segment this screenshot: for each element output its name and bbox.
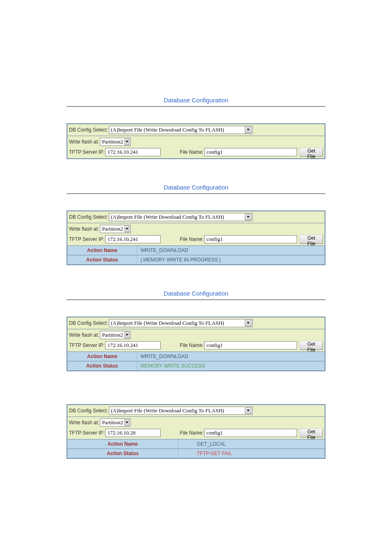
file-name-input[interactable] xyxy=(204,148,297,156)
tftp-ip-label: TFTP Server IP: xyxy=(69,342,104,348)
svg-marker-4 xyxy=(247,322,250,324)
svg-marker-3 xyxy=(125,228,129,230)
page-title: Database Configuration xyxy=(67,290,325,300)
file-name-input[interactable] xyxy=(204,235,297,243)
db-config-select-label: DB Config Select: xyxy=(69,320,108,326)
tftp-ip-input[interactable] xyxy=(105,429,161,437)
tftp-ip-input[interactable] xyxy=(105,341,161,349)
write-flash-label: Write flash at: xyxy=(69,139,99,145)
action-status-value: MEMORY WRITE SUCCESS xyxy=(137,361,325,370)
tftp-ip-input[interactable] xyxy=(105,148,161,156)
get-file-button[interactable]: Get File xyxy=(300,235,323,244)
partition-select[interactable]: Partition2 xyxy=(100,225,131,233)
action-status-value: | MEMORY WRITE IN PROGRESS | xyxy=(137,255,325,264)
db-config-select-label: DB Config Select: xyxy=(69,408,108,414)
write-flash-label: Write flash at: xyxy=(69,226,99,232)
page-title: Database Configuration xyxy=(67,97,325,107)
db-config-select[interactable]: (A)Import File (Write Download Config To… xyxy=(109,126,253,134)
file-name-label: File Name: xyxy=(180,236,203,242)
get-file-button[interactable]: Get File xyxy=(300,428,323,437)
write-flash-label: Write flash at: xyxy=(69,332,99,338)
svg-marker-0 xyxy=(247,129,250,131)
svg-marker-5 xyxy=(125,334,129,336)
db-config-select-value: (A)Import File (Write Download Config To… xyxy=(111,214,224,220)
dropdown-icon[interactable] xyxy=(245,320,251,326)
partition-select-value: Partition2 xyxy=(102,419,123,426)
tftp-ip-label: TFTP Server IP: xyxy=(69,430,104,436)
dropdown-icon[interactable] xyxy=(245,407,251,414)
svg-marker-7 xyxy=(125,421,129,423)
get-file-button[interactable]: Get File xyxy=(300,148,323,157)
dropdown-icon[interactable] xyxy=(125,332,129,338)
dropdown-icon[interactable] xyxy=(125,139,129,145)
tftp-ip-label: TFTP Server IP: xyxy=(69,236,104,242)
partition-select[interactable]: Partition2 xyxy=(100,138,131,146)
action-name-value: WRITE_DOWNLOAD xyxy=(137,352,325,361)
dropdown-icon[interactable] xyxy=(125,419,129,426)
config-panel: DB Config Select: (A)Import File (Write … xyxy=(67,317,325,371)
action-name-label: Action Name xyxy=(67,439,178,449)
db-config-select[interactable]: (A)Import File (Write Download Config To… xyxy=(109,407,253,415)
config-panel: DB Config Select: (A)Import File (Write … xyxy=(67,210,325,265)
config-panel: DB Config Select: (A)Import File (Write … xyxy=(67,123,325,159)
db-config-select-value: (A)Import File (Write Download Config To… xyxy=(111,320,224,326)
write-flash-label: Write flash at: xyxy=(69,420,99,426)
file-name-label: File Name: xyxy=(180,149,203,155)
action-name-label: Action Name xyxy=(67,352,137,361)
action-status-value: TFTP GET FAIL xyxy=(178,449,325,458)
db-config-select-label: DB Config Select: xyxy=(69,127,108,133)
page-title: Database Configuration xyxy=(67,184,325,194)
action-status-label: Action Status xyxy=(67,361,137,370)
action-name-value: GET_LOCAL xyxy=(178,439,325,449)
tftp-ip-label: TFTP Server IP: xyxy=(69,149,104,155)
svg-marker-6 xyxy=(247,409,250,412)
partition-select-value: Partition2 xyxy=(102,332,123,338)
db-config-select[interactable]: (A)Import File (Write Download Config To… xyxy=(109,319,253,327)
svg-marker-1 xyxy=(125,141,129,143)
db-config-select[interactable]: (A)Import File (Write Download Config To… xyxy=(109,213,253,221)
db-config-select-value: (A)Import File (Write Download Config To… xyxy=(111,407,224,414)
action-name-label: Action Name xyxy=(67,246,137,255)
file-name-input[interactable] xyxy=(204,341,297,349)
partition-select-value: Partition2 xyxy=(102,139,123,145)
db-config-select-value: (A)Import File (Write Download Config To… xyxy=(111,127,224,133)
partition-select[interactable]: Partition2 xyxy=(100,331,131,339)
action-status-label: Action Status xyxy=(67,449,178,458)
get-file-button[interactable]: Get File xyxy=(300,341,323,350)
tftp-ip-input[interactable] xyxy=(105,235,161,243)
partition-select-value: Partition2 xyxy=(102,226,123,232)
file-name-label: File Name: xyxy=(180,430,203,436)
db-config-select-label: DB Config Select: xyxy=(69,214,108,220)
file-name-label: File Name: xyxy=(180,342,203,348)
config-panel: DB Config Select: (A)Import File (Write … xyxy=(67,404,325,459)
dropdown-icon[interactable] xyxy=(245,127,251,133)
svg-marker-2 xyxy=(247,216,250,218)
action-name-value: WRITE_DOWNLOAD xyxy=(137,246,325,255)
dropdown-icon[interactable] xyxy=(245,214,251,220)
dropdown-icon[interactable] xyxy=(125,226,129,232)
action-status-label: Action Status xyxy=(67,255,137,264)
partition-select[interactable]: Partition2 xyxy=(100,419,131,427)
file-name-input[interactable] xyxy=(204,429,297,437)
